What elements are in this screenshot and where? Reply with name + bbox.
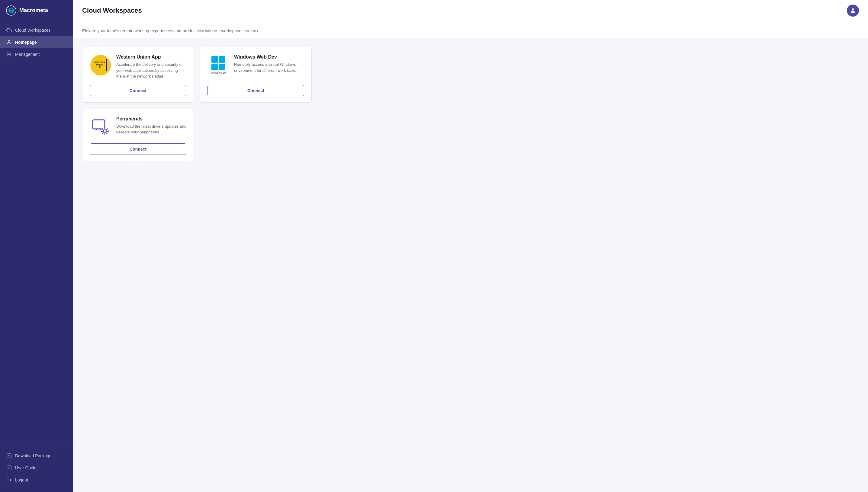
svg-point-7	[852, 8, 854, 10]
brand-name: Macrometa	[19, 7, 48, 14]
peripherals-svg-icon	[91, 117, 110, 137]
card-text: Windows Web Dev Remotely access a virtua…	[234, 54, 304, 73]
card-title: Peripherals	[116, 116, 186, 122]
sidebar-item-management[interactable]: Management	[0, 48, 73, 60]
management-icon	[6, 51, 12, 57]
sidebar-item-label: Cloud Workspaces	[15, 28, 50, 32]
logout-label: Logout	[15, 477, 28, 482]
download-package-button[interactable]: Download Package	[0, 450, 73, 462]
windows-web-dev-card: Windows 10 Windows Web Dev Remotely acce…	[200, 47, 312, 103]
sidebar-item-label: Management	[15, 52, 40, 57]
page-subtitle: Elevate your team's remote working exper…	[82, 28, 859, 33]
logout-icon	[6, 477, 12, 483]
western-union-icon-wrap: WESTERN UNION ®	[90, 54, 112, 76]
brand-logo[interactable]: 🌐 Macrometa	[0, 0, 73, 21]
topbar: Cloud Workspaces	[73, 0, 868, 21]
card-description: Download the latest drivers updates and …	[116, 123, 186, 135]
peripherals-connect-button[interactable]: Connect	[90, 143, 186, 155]
page-header: Elevate your team's remote working exper…	[73, 21, 868, 38]
card-title: Windows Web Dev	[234, 54, 304, 60]
card-top: WESTERN UNION ® Western Union App Accele…	[90, 54, 186, 79]
windows-logo: Windows 10	[208, 55, 228, 75]
western-union-card: WESTERN UNION ® Western Union App Accele…	[82, 47, 194, 103]
svg-rect-8	[93, 120, 105, 129]
user-avatar[interactable]	[847, 4, 859, 17]
windows-icon-wrap: Windows 10	[208, 54, 229, 76]
book-icon	[6, 465, 12, 471]
sidebar-item-label: Homepage	[15, 40, 37, 45]
peripherals-card: Peripherals Download the latest drivers …	[82, 109, 194, 161]
main-content: Cloud Workspaces Elevate your team's rem…	[73, 0, 868, 492]
sidebar: 🌐 Macrometa Cloud Workspaces Homepage	[0, 0, 73, 492]
card-description: Accelerate the delivery and security of …	[116, 62, 186, 79]
card-text: Western Union App Accelerate the deliver…	[116, 54, 186, 79]
user-guide-button[interactable]: User Guide	[0, 462, 73, 474]
page-title: Cloud Workspaces	[82, 7, 142, 15]
svg-point-3	[8, 54, 10, 55]
homepage-icon	[6, 39, 12, 45]
western-union-connect-button[interactable]: Connect	[90, 85, 186, 96]
user-guide-label: User Guide	[15, 465, 37, 470]
cards-grid: WESTERN UNION ® Western Union App Accele…	[82, 47, 312, 161]
sidebar-footer: Download Package User Guide Logout	[0, 445, 73, 492]
sidebar-nav: Cloud Workspaces Homepage Management	[0, 21, 73, 445]
sidebar-item-homepage[interactable]: Homepage	[0, 36, 73, 48]
download-icon	[6, 453, 12, 459]
windows-connect-button[interactable]: Connect	[208, 85, 304, 96]
sidebar-item-cloud-workspaces[interactable]: Cloud Workspaces	[0, 24, 73, 36]
cards-area: WESTERN UNION ® Western Union App Accele…	[73, 38, 868, 170]
download-package-label: Download Package	[15, 453, 52, 458]
svg-point-2	[8, 41, 10, 42]
western-union-logo: WESTERN UNION ®	[90, 55, 111, 75]
svg-text:🌐: 🌐	[8, 7, 14, 13]
card-text: Peripherals Download the latest drivers …	[116, 116, 186, 135]
card-top: Peripherals Download the latest drivers …	[90, 116, 186, 138]
logout-button[interactable]: Logout	[0, 474, 73, 486]
card-top: Windows 10 Windows Web Dev Remotely acce…	[208, 54, 304, 76]
cloud-icon	[6, 27, 12, 33]
peripherals-icon-wrap	[90, 116, 112, 138]
card-description: Remotely access a virtual Windows enviro…	[234, 62, 304, 73]
card-title: Western Union App	[116, 54, 186, 60]
macrometa-logo-icon: 🌐	[6, 5, 16, 16]
